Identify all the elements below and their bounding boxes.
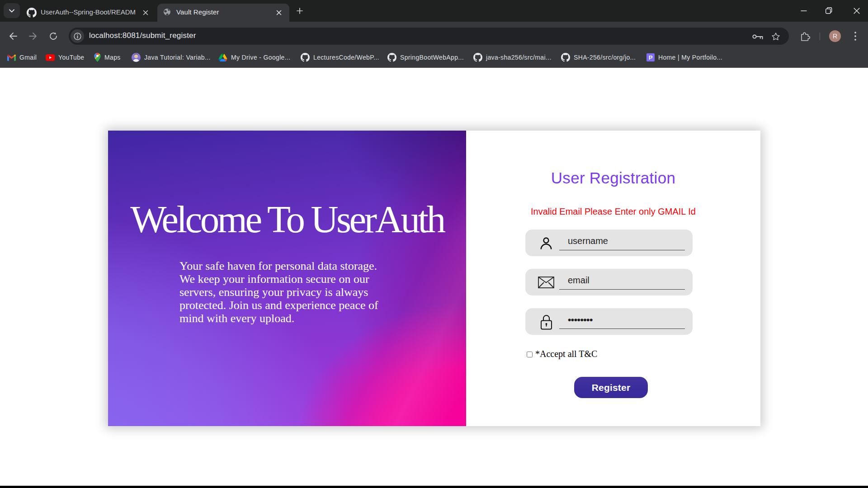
svg-text:P: P — [649, 54, 653, 61]
